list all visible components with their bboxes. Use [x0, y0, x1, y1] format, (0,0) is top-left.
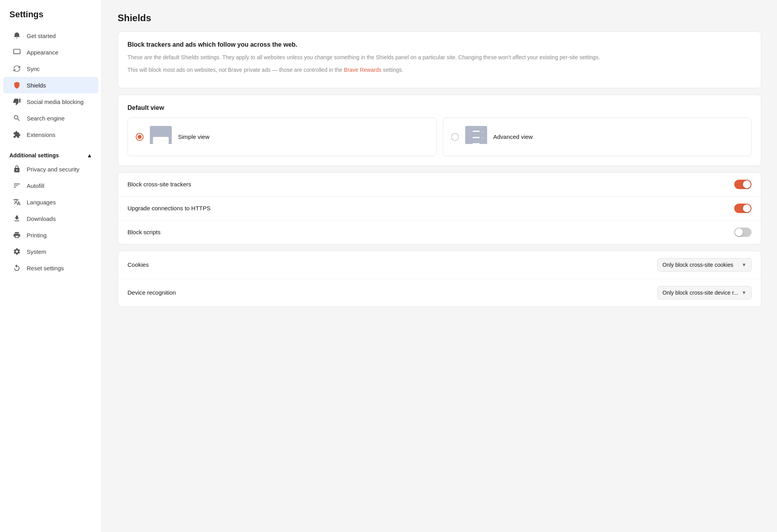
additional-settings-label: Additional settings [9, 152, 59, 159]
cookies-row: Cookies Only block cross-site cookies ▼ [118, 251, 761, 279]
block-card-title: Block trackers and ads which follow you … [127, 41, 752, 48]
puzzle-icon [13, 130, 21, 139]
advanced-view-radio[interactable] [451, 133, 459, 141]
selects-card: Cookies Only block cross-site cookies ▼ … [118, 251, 761, 307]
sidebar-item-label: Privacy and security [27, 166, 79, 173]
default-view-card: Default view Simple view → [118, 95, 761, 166]
sidebar-item-label: Downloads [27, 215, 56, 222]
sidebar-item-label: Languages [27, 199, 56, 206]
sidebar-item-label: Sync [27, 66, 40, 72]
shield-icon [13, 81, 21, 89]
brave-rewards-link[interactable]: Brave Rewards [344, 67, 382, 73]
bell-icon [13, 31, 21, 40]
simple-view-option[interactable]: Simple view [127, 118, 437, 156]
sidebar-item-shields[interactable]: Shields [3, 77, 98, 93]
chevron-up-icon: ▲ [87, 152, 92, 159]
default-view-label: Default view [127, 104, 752, 111]
sidebar-title: Settings [0, 9, 102, 27]
sidebar-item-label: Autofill [27, 182, 44, 189]
block-card-desc1: These are the default Shields settings. … [127, 53, 752, 62]
sidebar-item-downloads[interactable]: Downloads [3, 210, 98, 227]
lock-icon [13, 165, 21, 173]
main-content: Shields Block trackers and ads which fol… [102, 0, 777, 532]
sidebar-item-autofill[interactable]: Autofill [3, 177, 98, 194]
chevron-down-icon: ▼ [742, 290, 746, 295]
cookies-value: Only block cross-site cookies [662, 262, 733, 268]
upgrade-connections-https-label: Upgrade connections to HTTPS [127, 205, 211, 211]
sidebar-item-label: Social media blocking [27, 98, 84, 105]
view-options: Simple view → → [127, 118, 752, 156]
sidebar-item-sync[interactable]: Sync [3, 60, 98, 77]
upgrade-connections-https-toggle[interactable] [734, 204, 752, 213]
block-scripts-label: Block scripts [127, 229, 160, 235]
block-card-desc2: This will block most ads on websites, no… [127, 66, 752, 74]
sidebar-item-privacy-and-security[interactable]: Privacy and security [3, 161, 98, 177]
block-cross-site-trackers-label: Block cross-site trackers [127, 181, 191, 188]
chevron-down-icon: ▼ [742, 262, 746, 268]
block-scripts-toggle[interactable] [734, 228, 752, 237]
sidebar-item-label: Reset settings [27, 265, 64, 271]
page-title: Shields [118, 13, 761, 24]
cookies-dropdown[interactable]: Only block cross-site cookies ▼ [657, 258, 752, 271]
print-icon [13, 231, 21, 239]
monitor-icon [13, 48, 21, 56]
sidebar-item-label: Extensions [27, 131, 55, 138]
device-recognition-dropdown[interactable]: Only block cross-site device r... ▼ [657, 286, 752, 299]
toggle-knob [743, 204, 751, 212]
search-icon [13, 114, 21, 122]
device-recognition-label: Device recognition [127, 289, 176, 296]
gear-icon [13, 247, 21, 256]
sidebar-item-languages[interactable]: Languages [3, 194, 98, 210]
sidebar: Settings Get started Appearance Sync Shi… [0, 0, 102, 532]
cookies-label: Cookies [127, 261, 149, 268]
sidebar-item-extensions[interactable]: Extensions [3, 126, 98, 143]
upgrade-connections-https-row: Upgrade connections to HTTPS [118, 197, 761, 220]
block-card-desc2-pre: This will block most ads on websites, no… [127, 67, 344, 73]
device-recognition-row: Device recognition Only block cross-site… [118, 279, 761, 306]
block-scripts-row: Block scripts [118, 220, 761, 244]
block-cross-site-trackers-row: Block cross-site trackers [118, 173, 761, 197]
toggle-knob [735, 228, 743, 236]
download-icon [13, 214, 21, 223]
sidebar-item-label: Get started [27, 33, 56, 39]
toggle-knob [743, 180, 751, 188]
simple-view-label: Simple view [178, 133, 209, 140]
thumb-down-icon [13, 97, 21, 106]
sidebar-item-label: Search engine [27, 115, 65, 122]
block-card-desc2-post: settings. [381, 67, 403, 73]
sidebar-item-get-started[interactable]: Get started [3, 27, 98, 44]
simple-view-radio[interactable] [136, 133, 144, 141]
advanced-view-thumbnail: → → → [465, 126, 487, 148]
simple-view-thumbnail [150, 126, 172, 148]
sidebar-item-reset-settings[interactable]: Reset settings [3, 260, 98, 276]
sidebar-item-label: Appearance [27, 49, 58, 56]
sidebar-item-label: System [27, 248, 46, 255]
autofill-icon [13, 181, 21, 190]
toggles-card: Block cross-site trackers Upgrade connec… [118, 172, 761, 244]
sidebar-item-printing[interactable]: Printing [3, 227, 98, 243]
sidebar-item-social-media-blocking[interactable]: Social media blocking [3, 93, 98, 110]
sidebar-item-search-engine[interactable]: Search engine [3, 110, 98, 126]
advanced-view-option[interactable]: → → → Advanced vie [443, 118, 752, 156]
languages-icon [13, 198, 21, 206]
svg-rect-0 [14, 49, 20, 54]
advanced-view-label: Advanced view [493, 133, 533, 140]
device-recognition-value: Only block cross-site device r... [662, 290, 738, 296]
block-trackers-card: Block trackers and ads which follow you … [118, 31, 761, 88]
reset-icon [13, 264, 21, 272]
sidebar-item-label: Printing [27, 232, 47, 239]
sidebar-item-system[interactable]: System [3, 243, 98, 260]
sidebar-item-label: Shields [27, 82, 46, 89]
additional-settings-header: Additional settings ▲ [0, 146, 102, 161]
block-cross-site-trackers-toggle[interactable] [734, 180, 752, 189]
sync-icon [13, 64, 21, 73]
sidebar-item-appearance[interactable]: Appearance [3, 44, 98, 60]
